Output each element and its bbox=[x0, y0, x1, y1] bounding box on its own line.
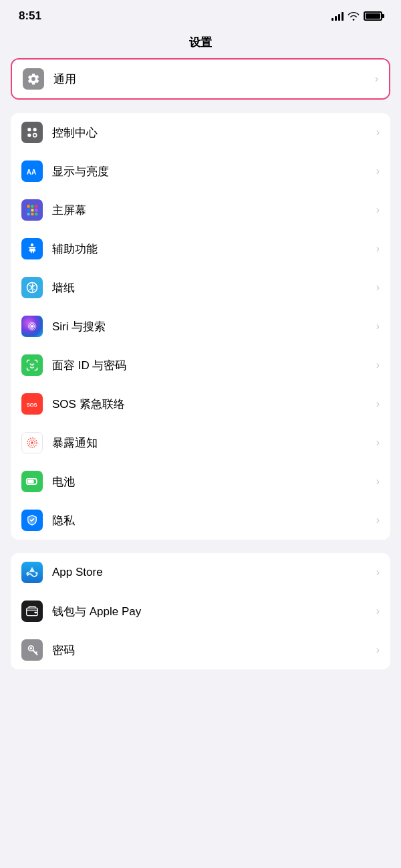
display-label: 显示与亮度 bbox=[52, 164, 371, 179]
wallpaper-label: 墙纸 bbox=[52, 280, 371, 296]
passwords-label: 密码 bbox=[52, 643, 371, 658]
svg-point-17 bbox=[31, 325, 33, 328]
status-time: 8:51 bbox=[19, 9, 41, 23]
privacy-icon bbox=[21, 510, 43, 531]
wallpaper-icon bbox=[21, 277, 43, 298]
section-store: App Store › 钱包与 Apple Pay › 密码 › bbox=[11, 553, 390, 669]
chevron-icon: › bbox=[376, 126, 380, 138]
section-main: 控制中心 › AA 显示与亮度 › 主屏幕 › bbox=[11, 113, 390, 540]
svg-point-27 bbox=[30, 647, 32, 649]
chevron-icon: › bbox=[376, 282, 380, 294]
battery-label: 电池 bbox=[52, 474, 371, 490]
svg-text:AA: AA bbox=[27, 169, 36, 176]
display-icon: AA bbox=[21, 160, 43, 182]
svg-rect-9 bbox=[31, 209, 33, 211]
settings-item-accessibility[interactable]: 辅助功能 › bbox=[11, 229, 390, 268]
chevron-icon: › bbox=[376, 165, 380, 177]
svg-text:SOS: SOS bbox=[27, 402, 37, 408]
settings-item-wallpaper[interactable]: 墙纸 › bbox=[11, 268, 390, 307]
svg-rect-13 bbox=[35, 213, 37, 215]
settings-item-wallet[interactable]: 钱包与 Apple Pay › bbox=[11, 592, 390, 631]
settings-item-home[interactable]: 主屏幕 › bbox=[11, 191, 390, 229]
svg-rect-23 bbox=[27, 480, 33, 483]
svg-rect-6 bbox=[31, 205, 33, 208]
svg-rect-7 bbox=[35, 205, 37, 208]
status-bar: 8:51 bbox=[0, 0, 401, 29]
svg-point-14 bbox=[31, 243, 33, 246]
chevron-icon: › bbox=[376, 605, 380, 617]
settings-item-passwords[interactable]: 密码 › bbox=[11, 631, 390, 669]
sos-icon: SOS bbox=[21, 393, 43, 415]
accessibility-label: 辅助功能 bbox=[52, 241, 371, 257]
chevron-icon: › bbox=[376, 243, 380, 255]
chevron-icon: › bbox=[375, 73, 378, 85]
page-header: 设置 bbox=[0, 29, 401, 58]
exposure-icon bbox=[21, 432, 43, 453]
home-screen-icon bbox=[21, 199, 43, 221]
settings-item-sos[interactable]: SOS SOS 紧急联络 › bbox=[11, 385, 390, 423]
privacy-label: 隐私 bbox=[52, 513, 371, 528]
svg-point-3 bbox=[33, 134, 37, 137]
chevron-icon: › bbox=[376, 475, 380, 487]
chevron-icon: › bbox=[376, 320, 380, 332]
faceid-label: 面容 ID 与密码 bbox=[52, 358, 371, 373]
general-label: 通用 bbox=[53, 72, 370, 87]
passwords-icon bbox=[21, 639, 43, 661]
appstore-label: App Store bbox=[52, 566, 371, 579]
siri-icon bbox=[21, 316, 43, 337]
control-center-label: 控制中心 bbox=[52, 125, 371, 140]
settings-item-display[interactable]: AA 显示与亮度 › bbox=[11, 152, 390, 191]
status-icons bbox=[331, 11, 382, 21]
settings-item-battery[interactable]: 电池 › bbox=[11, 462, 390, 501]
battery-settings-icon bbox=[21, 471, 43, 492]
chevron-icon: › bbox=[376, 514, 380, 526]
svg-rect-11 bbox=[27, 213, 30, 215]
svg-rect-5 bbox=[27, 205, 30, 208]
page-title: 设置 bbox=[189, 36, 212, 49]
gear-icon bbox=[23, 68, 44, 90]
svg-rect-1 bbox=[33, 128, 37, 131]
signal-icon bbox=[331, 11, 344, 21]
svg-rect-25 bbox=[34, 612, 37, 614]
sos-label: SOS 紧急联络 bbox=[52, 397, 371, 412]
settings-item-exposure[interactable]: 暴露通知 › bbox=[11, 423, 390, 462]
siri-label: Siri 与搜索 bbox=[52, 319, 371, 334]
svg-rect-8 bbox=[27, 209, 30, 211]
faceid-icon bbox=[21, 354, 43, 376]
section-general: 通用 › bbox=[11, 58, 390, 100]
chevron-icon: › bbox=[376, 644, 380, 656]
chevron-icon: › bbox=[376, 437, 380, 449]
chevron-icon: › bbox=[376, 566, 380, 578]
chevron-icon: › bbox=[376, 398, 380, 410]
chevron-icon: › bbox=[376, 359, 380, 371]
svg-rect-12 bbox=[31, 213, 33, 215]
svg-point-19 bbox=[31, 441, 33, 443]
settings-item-siri[interactable]: Siri 与搜索 › bbox=[11, 307, 390, 346]
battery-icon bbox=[364, 11, 382, 21]
exposure-label: 暴露通知 bbox=[52, 435, 371, 451]
settings-item-general[interactable]: 通用 › bbox=[12, 60, 389, 98]
appstore-icon bbox=[21, 562, 43, 583]
accessibility-icon bbox=[21, 238, 43, 259]
settings-item-faceid[interactable]: 面容 ID 与密码 › bbox=[11, 346, 390, 385]
settings-item-privacy[interactable]: 隐私 › bbox=[11, 501, 390, 540]
svg-rect-0 bbox=[27, 128, 31, 131]
home-screen-label: 主屏幕 bbox=[52, 203, 371, 218]
wallet-label: 钱包与 Apple Pay bbox=[52, 604, 371, 619]
chevron-icon: › bbox=[376, 204, 380, 216]
wallet-icon bbox=[21, 601, 43, 622]
settings-item-control-center[interactable]: 控制中心 › bbox=[11, 113, 390, 152]
settings-item-appstore[interactable]: App Store › bbox=[11, 553, 390, 592]
control-center-icon bbox=[21, 122, 43, 143]
wifi-icon bbox=[348, 11, 360, 21]
svg-rect-10 bbox=[35, 209, 37, 211]
svg-rect-2 bbox=[27, 134, 31, 137]
